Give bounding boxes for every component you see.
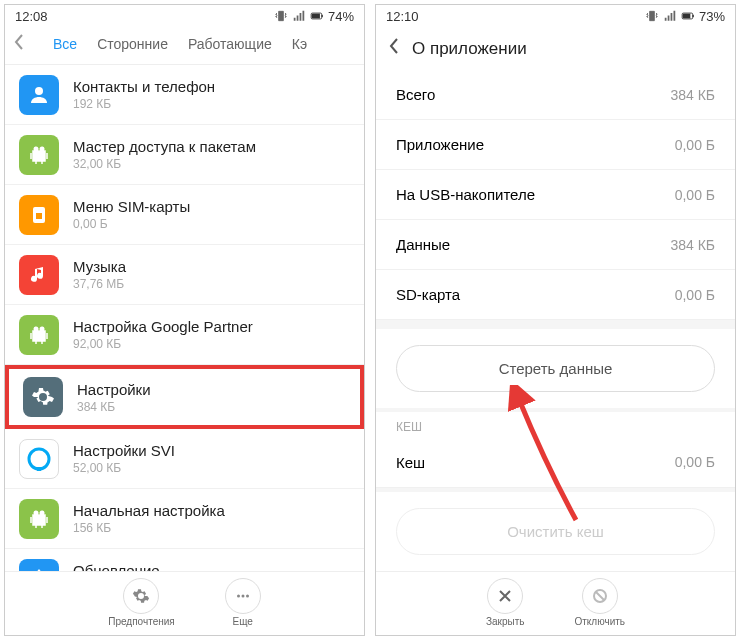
row-value: 0,00 Б	[675, 287, 715, 303]
row-value: 0,00 Б	[675, 187, 715, 203]
row-value: 0,00 Б	[675, 137, 715, 153]
tab-thirdparty[interactable]: Сторонние	[97, 36, 168, 52]
storage-row[interactable]: SD-карта0,00 Б	[376, 270, 735, 320]
prefs-button[interactable]: Предпочтения	[108, 578, 174, 627]
app-icon	[19, 75, 59, 115]
app-icon	[19, 315, 59, 355]
bottom-bar: Предпочтения Еще	[5, 571, 364, 635]
storage-row[interactable]: Всего384 КБ	[376, 70, 735, 120]
signal-icon	[663, 9, 677, 23]
svg-point-10	[34, 326, 39, 331]
app-row[interactable]: Музыка37,76 МБ	[5, 245, 364, 305]
disable-label: Отключить	[574, 616, 625, 627]
app-name: Начальная настройка	[73, 502, 350, 519]
app-icon	[19, 255, 59, 295]
app-row[interactable]: Обновление156 КБ	[5, 549, 364, 571]
section-gap	[376, 488, 735, 492]
app-icon	[19, 439, 59, 479]
svg-rect-22	[693, 15, 694, 17]
app-row[interactable]: Настройка Google Partner92,00 КБ	[5, 305, 364, 365]
app-name: Мастер доступа к пакетам	[73, 138, 350, 155]
app-name: Музыка	[73, 258, 350, 275]
svg-point-12	[29, 449, 49, 469]
cache-value: 0,00 Б	[675, 454, 715, 470]
page-title: О приложении	[412, 39, 527, 59]
dots-icon	[225, 578, 261, 614]
app-text: Настройка Google Partner92,00 КБ	[73, 318, 350, 351]
svg-point-3	[35, 87, 43, 95]
app-row[interactable]: Настройки384 КБ	[5, 365, 364, 429]
status-time: 12:10	[386, 9, 419, 24]
back-icon[interactable]	[13, 33, 33, 54]
close-label: Закрыть	[486, 616, 525, 627]
svg-rect-14	[33, 515, 45, 524]
app-row[interactable]: Настройки SVI52,00 КБ	[5, 429, 364, 489]
svg-rect-8	[36, 213, 42, 219]
clear-cache-button: Очистить кеш	[396, 508, 715, 555]
app-text: Меню SIM-карты0,00 Б	[73, 198, 350, 231]
app-icon	[19, 195, 59, 235]
status-time: 12:08	[15, 9, 48, 24]
prefs-label: Предпочтения	[108, 616, 174, 627]
svg-point-19	[246, 595, 249, 598]
app-row[interactable]: Меню SIM-карты0,00 Б	[5, 185, 364, 245]
svg-point-17	[237, 595, 240, 598]
svg-point-6	[40, 146, 45, 151]
app-text: Настройки SVI52,00 КБ	[73, 442, 350, 475]
app-text: Мастер доступа к пакетам32,00 КБ	[73, 138, 350, 171]
app-name: Контакты и телефон	[73, 78, 350, 95]
disable-icon	[582, 578, 618, 614]
app-row[interactable]: Контакты и телефон192 КБ	[5, 65, 364, 125]
clear-data-button[interactable]: Стереть данные	[396, 345, 715, 392]
svg-rect-13	[37, 467, 41, 471]
tab-running[interactable]: Работающие	[188, 36, 272, 52]
app-row[interactable]: Мастер доступа к пакетам32,00 КБ	[5, 125, 364, 185]
app-name: Настройки	[77, 381, 346, 398]
app-name: Настройка Google Partner	[73, 318, 350, 335]
storage-row[interactable]: На USB-накопителе0,00 Б	[376, 170, 735, 220]
app-text: Обновление156 КБ	[73, 562, 350, 571]
app-text: Настройки384 КБ	[77, 381, 346, 414]
svg-rect-9	[33, 331, 45, 340]
app-name: Меню SIM-карты	[73, 198, 350, 215]
status-bar: 12:10 73%	[376, 5, 735, 27]
app-text: Контакты и телефон192 КБ	[73, 78, 350, 111]
battery-percent: 74%	[328, 9, 354, 24]
storage-list: Всего384 КБПриложение0,00 БНа USB-накопи…	[376, 70, 735, 320]
cache-row[interactable]: Кеш 0,00 Б	[376, 438, 735, 488]
close-icon	[487, 578, 523, 614]
app-icon	[19, 559, 59, 572]
tab-cached[interactable]: Кэ	[292, 36, 307, 52]
app-list[interactable]: Контакты и телефон192 КБМастер доступа к…	[5, 65, 364, 571]
row-label: На USB-накопителе	[396, 186, 535, 203]
storage-row[interactable]: Данные384 КБ	[376, 220, 735, 270]
cache-section-label: КЕШ	[376, 412, 735, 438]
app-icon	[19, 499, 59, 539]
svg-rect-1	[312, 14, 320, 19]
row-label: Приложение	[396, 136, 484, 153]
back-icon[interactable]	[388, 37, 400, 60]
storage-row[interactable]: Приложение0,00 Б	[376, 120, 735, 170]
row-label: Всего	[396, 86, 435, 103]
status-bar: 12:08 74%	[5, 5, 364, 27]
tab-all[interactable]: Все	[53, 36, 77, 52]
header: О приложении	[376, 27, 735, 70]
app-icon	[19, 135, 59, 175]
svg-point-5	[34, 146, 39, 151]
row-label: SD-карта	[396, 286, 460, 303]
app-size: 156 КБ	[73, 521, 350, 535]
bottom-bar: Закрыть Отключить	[376, 571, 735, 635]
svg-point-11	[40, 326, 45, 331]
status-icons: 73%	[645, 9, 725, 24]
close-button[interactable]: Закрыть	[486, 578, 525, 627]
app-row[interactable]: Начальная настройка156 КБ	[5, 489, 364, 549]
section-gap	[376, 320, 735, 329]
app-text: Начальная настройка156 КБ	[73, 502, 350, 535]
app-size: 52,00 КБ	[73, 461, 350, 475]
app-size: 37,76 МБ	[73, 277, 350, 291]
phone-left: 12:08 74% Все Сторонние Работающие Кэ Ко…	[4, 4, 365, 636]
svg-point-18	[241, 595, 244, 598]
status-icons: 74%	[274, 9, 354, 24]
disable-button[interactable]: Отключить	[574, 578, 625, 627]
more-button[interactable]: Еще	[225, 578, 261, 627]
